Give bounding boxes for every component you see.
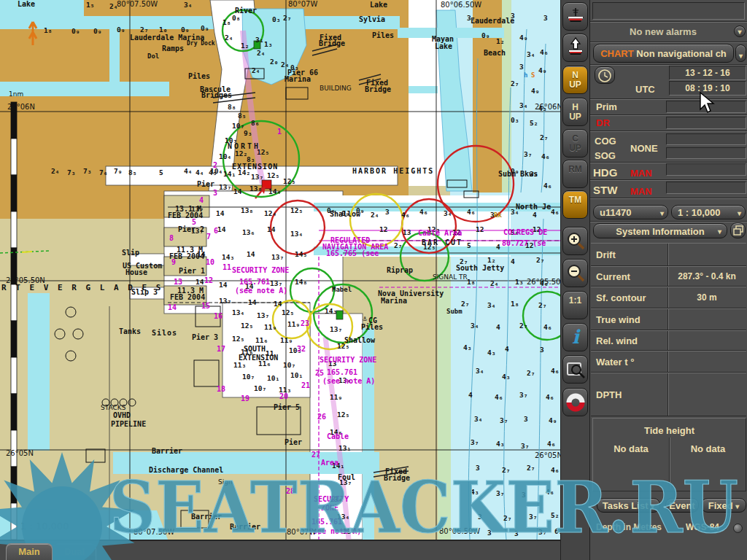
svg-text:SOUTH: SOUTH (244, 345, 266, 353)
svg-text:165.761: 165.761 (239, 278, 270, 286)
svg-text:4: 4 (533, 211, 537, 219)
divider (667, 351, 669, 372)
svg-text:Silos: Silos (152, 329, 177, 337)
tab-main[interactable]: Main (6, 543, 53, 560)
svg-text:2₇: 2₇ (538, 301, 546, 309)
svg-text:BUILDING: BUILDING (320, 85, 352, 92)
svg-text:4₃: 4₃ (471, 488, 479, 496)
panel-detach-button[interactable] (730, 222, 746, 238)
stw-value (666, 182, 746, 194)
status-led[interactable] (733, 524, 743, 533)
svg-text:1 : 10,000: 1 : 10,000 (20, 521, 69, 532)
svg-text:4: 4 (496, 323, 500, 331)
review-button[interactable] (562, 355, 588, 384)
svg-text:Pier 5: Pier 5 (274, 403, 300, 411)
alarm-dropdown-button[interactable]: ▾ (734, 26, 746, 37)
divider (667, 331, 669, 350)
svg-text:13₈: 13₈ (241, 206, 253, 214)
panel-mode-select[interactable]: System Information ▾ (593, 223, 727, 238)
svg-text:4: 4 (496, 243, 500, 251)
svg-text:2₇: 2₇ (536, 256, 544, 264)
dr-label: DR (596, 117, 610, 128)
tab-dual[interactable]: Dual (53, 543, 96, 560)
tasks-list-button[interactable]: Tasks List ▾ (597, 498, 660, 513)
svg-text:27: 27 (311, 451, 320, 459)
svg-text:2₄: 2₄ (371, 211, 379, 219)
chart-mode-dropdown-button[interactable]: ▾ (735, 44, 746, 62)
svg-text:4₉: 4₉ (519, 34, 527, 42)
info-button[interactable]: i (562, 323, 588, 351)
svg-text:14₅: 14₅ (295, 250, 307, 258)
scale-1-1-button[interactable]: 1:1 (562, 291, 588, 319)
svg-text:1₂: 1₂ (487, 256, 495, 264)
svg-text:26°05N: 26°05N (6, 449, 34, 457)
svg-text:S: S (531, 71, 535, 79)
svg-text:4: 4 (511, 257, 515, 265)
alarm-status: No new alarms (590, 26, 736, 37)
clock-button[interactable] (595, 66, 615, 84)
svg-text:Foul: Foul (338, 473, 355, 481)
course-up-button[interactable]: CUP (562, 129, 588, 158)
head-up-button[interactable]: HUP (562, 98, 588, 126)
svg-text:3₄: 3₄ (474, 415, 482, 423)
svg-text:Barrier: Barrier (152, 447, 182, 455)
zoom-in-button[interactable] (562, 227, 588, 255)
svg-text:10: 10 (206, 258, 214, 266)
svg-text:EXTENSION: EXTENSION (232, 163, 278, 171)
svg-text:17: 17 (217, 345, 225, 353)
svg-text:2₇: 2₇ (394, 241, 402, 249)
svg-text:4: 4 (199, 196, 204, 204)
info-row-label: True wind (596, 314, 640, 325)
chevron-down-icon: ▾ (651, 502, 654, 510)
svg-text:14: 14 (233, 187, 242, 195)
svg-text:7₃: 7₃ (83, 167, 91, 175)
svg-text:10₇: 10₇ (283, 361, 295, 369)
ship-ahead-button[interactable] (562, 34, 588, 62)
svg-text:8₅: 8₅ (238, 112, 246, 120)
svg-text:Pier: Pier (197, 180, 214, 188)
svg-text:2₇: 2₇ (461, 300, 469, 308)
svg-text:Shallow: Shallow (344, 336, 376, 344)
svg-text:26: 26 (317, 413, 326, 421)
relative-motion-button[interactable]: RM (562, 160, 588, 188)
true-motion-button[interactable]: TM (562, 190, 588, 219)
event-button[interactable]: Event (665, 498, 699, 513)
cog-label: COG (595, 136, 616, 147)
svg-text:3: 3 (519, 63, 524, 71)
svg-text:0₉: 0₉ (481, 31, 489, 39)
svg-text:5₂: 5₂ (530, 119, 538, 127)
chevron-down-icon: ▾ (660, 209, 664, 217)
svg-text:26°05.50N: 26°05.50N (527, 278, 560, 286)
svg-text:Beach: Beach (484, 49, 506, 57)
chart-number-select[interactable]: u11470 ▾ (593, 205, 668, 219)
svg-text:5: 5 (467, 241, 471, 249)
svg-text:12₅: 12₅ (282, 308, 294, 316)
svg-text:14: 14 (274, 300, 282, 308)
svg-text:4₃: 4₃ (502, 373, 510, 381)
chart-scale-select[interactable]: 1 : 10,000 ▾ (671, 205, 746, 219)
nautical-chart[interactable]: 1₅2₄3₄1₈0₉0₉0₉2₇1₀0₉0₉1₈0₈2₄1₂3₁1₃2₄0₃2₇… (0, 0, 560, 540)
svg-text:3₇: 3₇ (519, 391, 527, 399)
svg-text:4₃: 4₃ (487, 349, 495, 357)
svg-text:1₈: 1₈ (44, 26, 52, 34)
svg-text:5₂: 5₂ (551, 511, 559, 519)
tide-right-value: No data (670, 443, 746, 454)
svg-text:5: 5 (192, 218, 196, 226)
svg-text:2₄: 2₄ (281, 61, 289, 69)
svg-text:(see note A): (see note A) (322, 377, 375, 385)
chart-canvas[interactable]: 1₅2₄3₄1₈0₉0₉0₉2₇1₀0₉0₉1₈0₈2₄1₂3₁1₃2₄0₃2₇… (0, 0, 560, 540)
north-up-button[interactable]: NUP (562, 66, 588, 94)
chart-mode-button[interactable]: CHART Non navigational ch (593, 44, 734, 63)
fixed-label: Fixed (708, 500, 733, 511)
fixed-button[interactable]: Fixed ▾ (701, 498, 746, 513)
svg-text:Riprap: Riprap (387, 266, 413, 274)
zoom-out-button[interactable] (562, 259, 588, 287)
own-ship-button[interactable] (562, 2, 588, 31)
svg-text:14₄: 14₄ (268, 187, 281, 195)
divider (667, 373, 669, 416)
event-ring-button[interactable] (562, 388, 588, 416)
svg-text:2₇: 2₇ (511, 79, 519, 88)
svg-text:165.761: 165.761 (311, 518, 342, 526)
svg-text:FEB 2004: FEB 2004 (168, 211, 203, 219)
svg-text:15: 15 (201, 302, 210, 310)
